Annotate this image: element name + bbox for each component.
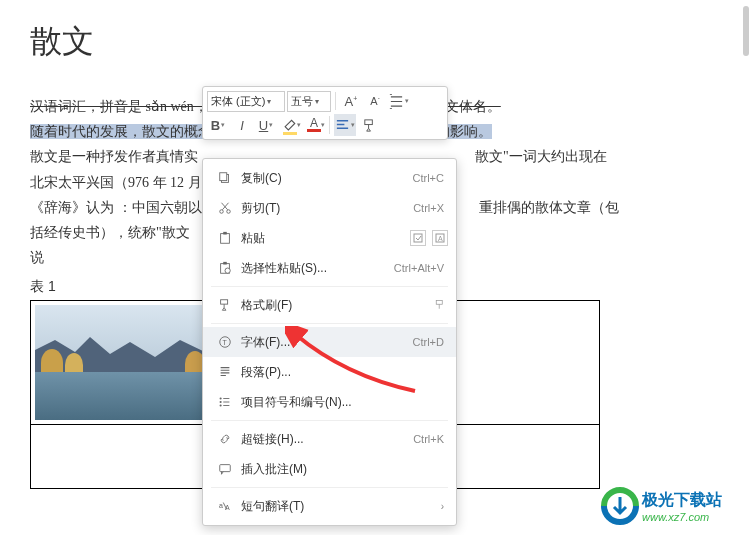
paste-icon — [215, 231, 235, 245]
menu-hyperlink[interactable]: 超链接(H)... Ctrl+K — [203, 424, 456, 454]
format-painter-button[interactable] — [358, 114, 380, 136]
menu-separator — [211, 323, 448, 324]
menu-separator — [211, 420, 448, 421]
link-icon — [215, 432, 235, 446]
menu-paste-special[interactable]: 选择性粘贴(S)... Ctrl+Alt+V — [203, 253, 456, 283]
separator — [329, 116, 330, 134]
svg-point-19 — [220, 404, 222, 406]
svg-rect-6 — [223, 232, 227, 235]
menu-paste[interactable]: 粘贴 A — [203, 223, 456, 253]
menu-font[interactable]: T 字体(F)... Ctrl+D — [203, 327, 456, 357]
menu-bullets[interactable]: 项目符号和编号(N)... — [203, 387, 456, 417]
font-size-select[interactable]: 五号▾ — [287, 91, 331, 112]
italic-button[interactable]: I — [231, 114, 253, 136]
logo-url: www.xz7.com — [642, 511, 709, 523]
paste-option-1[interactable] — [410, 230, 426, 246]
copy-icon — [215, 171, 235, 185]
increase-font-button[interactable]: A+ — [340, 90, 362, 112]
paste-option-2[interactable]: A — [432, 230, 448, 246]
align-icon — [335, 118, 350, 133]
context-menu: 复制(C) Ctrl+C 剪切(T) Ctrl+X 粘贴 A 选择性粘贴(S).… — [202, 158, 457, 526]
chevron-right-icon: › — [441, 501, 444, 512]
paste-options: A — [410, 230, 448, 246]
svg-rect-7 — [414, 234, 422, 242]
logo-text: 极光下载站 — [641, 491, 722, 508]
line-spacing-icon — [389, 94, 404, 109]
paragraph-icon — [215, 365, 235, 379]
translate-icon: aA — [215, 499, 235, 513]
menu-format-painter[interactable]: 格式刷(F) — [203, 290, 456, 320]
svg-text:a: a — [219, 502, 223, 509]
text-strike-2: 文体名。 — [445, 99, 501, 114]
svg-point-17 — [220, 397, 222, 399]
line-spacing-button[interactable]: ▾ — [388, 90, 410, 112]
font-icon: T — [215, 335, 235, 349]
menu-translate[interactable]: aA 短句翻译(T) › — [203, 491, 456, 521]
svg-point-4 — [227, 210, 231, 214]
svg-text:A: A — [438, 235, 443, 242]
doc-title: 散文 — [30, 0, 734, 94]
format-painter-icon — [362, 118, 377, 133]
font-name-value: 宋体 (正文) — [211, 94, 265, 109]
format-painter-icon — [215, 298, 235, 312]
svg-rect-20 — [220, 465, 231, 472]
format-painter-pin[interactable] — [432, 297, 448, 313]
align-button[interactable]: ▾ — [334, 114, 356, 136]
svg-text:T: T — [222, 339, 227, 346]
svg-rect-5 — [221, 234, 230, 244]
svg-rect-14 — [436, 301, 442, 305]
highlight-color-button[interactable]: ▾ — [279, 114, 301, 136]
svg-rect-0 — [364, 119, 372, 124]
underline-button[interactable]: U▾ — [255, 114, 277, 136]
bullets-icon — [215, 395, 235, 409]
scrollbar-thumb[interactable] — [743, 6, 749, 56]
text-strike-1: 汉语词汇，拼音是 sǎn wén， — [30, 99, 208, 114]
font-name-select[interactable]: 宋体 (正文)▾ — [207, 91, 285, 112]
comment-icon — [215, 462, 235, 476]
mini-format-toolbar: 宋体 (正文)▾ 五号▾ A+ A- ▾ B▾ I U▾ ▾ A▾ ▾ — [202, 86, 448, 140]
cut-icon — [215, 201, 235, 215]
svg-rect-2 — [220, 173, 227, 181]
svg-point-12 — [225, 268, 230, 273]
separator — [335, 92, 336, 110]
menu-separator — [211, 286, 448, 287]
menu-separator — [211, 487, 448, 488]
menu-paragraph[interactable]: 段落(P)... — [203, 357, 456, 387]
bold-button[interactable]: B▾ — [207, 114, 229, 136]
svg-rect-11 — [223, 262, 227, 265]
svg-point-3 — [220, 210, 224, 214]
menu-cut[interactable]: 剪切(T) Ctrl+X — [203, 193, 456, 223]
highlight-icon — [283, 116, 298, 131]
site-logo: 极光下载站 www.xz7.com — [596, 485, 746, 527]
menu-copy[interactable]: 复制(C) Ctrl+C — [203, 163, 456, 193]
menu-comment[interactable]: 插入批注(M) — [203, 454, 456, 484]
chevron-down-icon: ▾ — [267, 97, 271, 106]
chevron-down-icon: ▾ — [315, 97, 319, 106]
font-size-value: 五号 — [291, 94, 313, 109]
decrease-font-button[interactable]: A- — [364, 90, 386, 112]
font-color-button[interactable]: A▾ — [303, 114, 325, 136]
paste-special-icon — [215, 261, 235, 275]
svg-rect-13 — [221, 300, 228, 304]
svg-point-18 — [220, 401, 222, 403]
vertical-scrollbar[interactable] — [742, 0, 750, 535]
